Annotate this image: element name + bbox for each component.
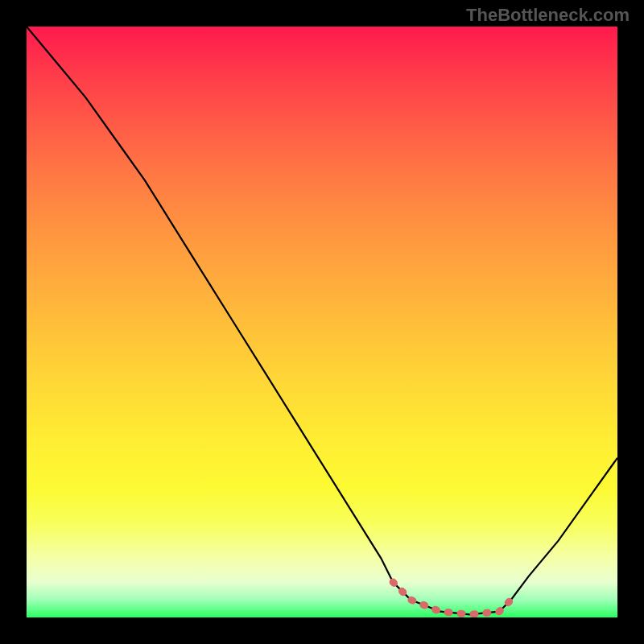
bottleneck-curve-line — [27, 27, 617, 614]
chart-plot-area — [27, 27, 617, 617]
optimal-zone-markers — [393, 582, 511, 614]
bottleneck-curve-svg — [27, 27, 617, 617]
attribution-text: TheBottleneck.com — [466, 5, 630, 26]
